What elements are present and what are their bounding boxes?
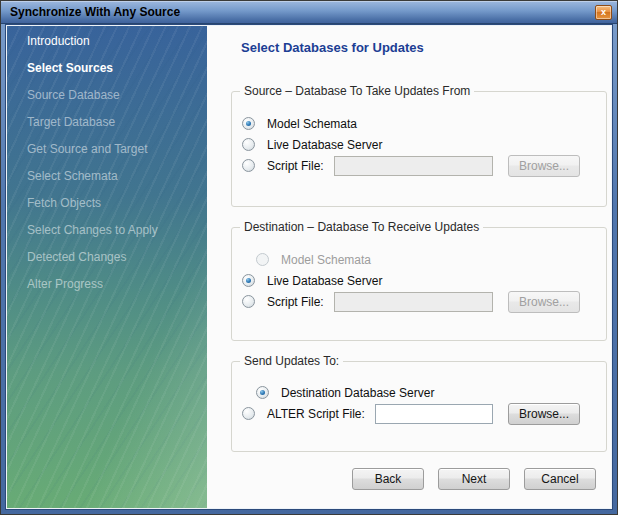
next-button[interactable]: Next xyxy=(438,468,510,490)
sidebar-item-target-database: Target Database xyxy=(7,108,207,135)
main-panel: Select Databases for Updates Source – Da… xyxy=(207,26,611,508)
radio-send-destination-database-server-label: Destination Database Server xyxy=(281,386,434,400)
option-row: ALTER Script File: Browse... xyxy=(242,403,580,424)
option-row: Destination Database Server xyxy=(242,382,580,403)
radio-destination-live-database-server-label: Live Database Server xyxy=(267,274,382,288)
radio-source-live-database-server[interactable] xyxy=(242,138,255,151)
option-row: Model Schemata xyxy=(242,249,580,270)
option-row: Script File: Browse... xyxy=(242,291,580,312)
sidebar-item-fetch-objects: Fetch Objects xyxy=(7,189,207,216)
source-browse-button: Browse... xyxy=(508,155,580,177)
group-send-updates-to: Send Updates To: Destination Database Se… xyxy=(231,361,607,452)
radio-destination-model-schemata xyxy=(256,253,269,266)
alter-script-file-input[interactable] xyxy=(375,404,493,424)
radio-destination-script-file[interactable] xyxy=(242,295,255,308)
sidebar-item-select-changes-to-apply: Select Changes to Apply xyxy=(7,216,207,243)
sidebar-item-select-sources: Select Sources xyxy=(7,54,207,81)
option-row: Script File: Browse... xyxy=(242,155,580,176)
group-send-updates-to-title: Send Updates To: xyxy=(240,354,343,369)
radio-destination-live-database-server[interactable] xyxy=(242,274,255,287)
sidebar-item-source-database: Source Database xyxy=(7,81,207,108)
radio-send-alter-script-file-label: ALTER Script File: xyxy=(267,407,365,421)
group-source-title: Source – Database To Take Updates From xyxy=(240,84,474,99)
radio-destination-script-file-label: Script File: xyxy=(267,295,324,309)
group-source: Source – Database To Take Updates From M… xyxy=(231,91,607,207)
client-area: Introduction Select Sources Source Datab… xyxy=(5,24,613,510)
radio-source-live-database-server-label: Live Database Server xyxy=(267,138,382,152)
window-title: Synchronize With Any Source xyxy=(10,5,595,19)
sidebar-item-select-schemata: Select Schemata xyxy=(7,162,207,189)
radio-source-model-schemata[interactable] xyxy=(242,117,255,130)
back-button[interactable]: Back xyxy=(352,468,424,490)
option-row: Live Database Server xyxy=(242,270,580,291)
destination-browse-button: Browse... xyxy=(508,291,580,313)
radio-source-script-file-label: Script File: xyxy=(267,159,324,173)
wizard-steps-sidebar: Introduction Select Sources Source Datab… xyxy=(7,26,207,508)
group-destination-title: Destination – Database To Receive Update… xyxy=(240,220,483,235)
titlebar[interactable]: Synchronize With Any Source x xyxy=(1,1,617,24)
sidebar-item-detected-changes: Detected Changes xyxy=(7,243,207,270)
radio-send-alter-script-file[interactable] xyxy=(242,407,255,420)
radio-destination-model-schemata-label: Model Schemata xyxy=(281,253,371,267)
dialog-window: Synchronize With Any Source x Introducti… xyxy=(0,0,618,515)
option-row: Model Schemata xyxy=(242,113,580,134)
close-button[interactable]: x xyxy=(595,5,612,20)
radio-send-destination-database-server[interactable] xyxy=(256,386,269,399)
option-row: Live Database Server xyxy=(242,134,580,155)
page-title: Select Databases for Updates xyxy=(241,40,611,55)
sidebar-item-introduction: Introduction xyxy=(7,27,207,54)
radio-source-model-schemata-label: Model Schemata xyxy=(267,117,357,131)
sidebar-item-alter-progress: Alter Progress xyxy=(7,270,207,297)
destination-script-file-input xyxy=(334,292,493,312)
close-icon: x xyxy=(601,7,606,17)
source-script-file-input xyxy=(334,156,493,176)
group-destination: Destination – Database To Receive Update… xyxy=(231,227,607,341)
wizard-footer: Back Next Cancel xyxy=(207,468,596,490)
cancel-button[interactable]: Cancel xyxy=(524,468,596,490)
alter-browse-button[interactable]: Browse... xyxy=(508,403,580,425)
sidebar-item-get-source-and-target: Get Source and Target xyxy=(7,135,207,162)
radio-source-script-file[interactable] xyxy=(242,159,255,172)
